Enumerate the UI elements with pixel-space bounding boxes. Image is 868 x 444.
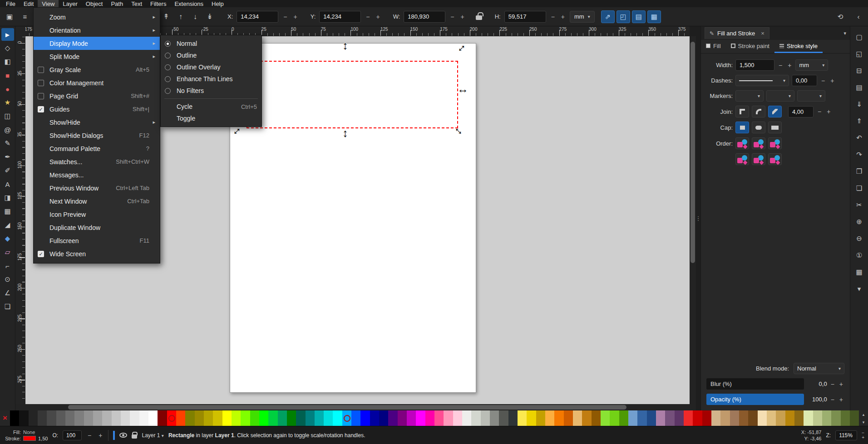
color-swatch[interactable] (148, 410, 158, 426)
copy-icon[interactable]: ❐ (853, 165, 866, 178)
opacity-value[interactable]: 100,0 (806, 396, 827, 403)
view-menu-item-show-hide[interactable]: Show/Hide▸ (34, 116, 160, 129)
view-menu-item-gray-scale[interactable]: Gray ScaleAlt+5 (34, 63, 160, 76)
display-mode-item-cycle[interactable]: CycleCtrl+5 (161, 101, 261, 112)
end-marker-dropdown[interactable]: ▾ (797, 90, 825, 102)
opacity-slider[interactable]: Opacity (%) (706, 394, 804, 405)
horizontal-scrollbar[interactable] (15, 404, 696, 410)
height-input[interactable]: 59,517 (504, 11, 546, 23)
paste-icon[interactable]: ❏ (853, 182, 866, 195)
tab-fill[interactable]: Fill (701, 40, 726, 53)
object-opacity-decrement-button[interactable]: − (86, 432, 93, 439)
color-swatch[interactable] (10, 410, 19, 426)
panel-menu-icon[interactable]: ▾ (843, 30, 846, 36)
color-swatch[interactable] (259, 410, 268, 426)
palette-scroll-down-icon[interactable]: ▾ (859, 418, 868, 426)
color-swatch[interactable] (637, 410, 646, 426)
print-icon[interactable]: ▤ (853, 81, 866, 94)
menubar-item-help[interactable]: Help (207, 0, 228, 7)
color-swatch[interactable] (342, 410, 351, 426)
color-swatch[interactable] (333, 410, 342, 426)
vertical-ruler[interactable]: 0255075100125150175200225250275 (15, 36, 25, 410)
text-tool[interactable]: A (1, 178, 14, 190)
color-swatch[interactable] (379, 410, 388, 426)
spiral-tool[interactable]: @ (1, 123, 14, 136)
height-decrement-button[interactable]: − (550, 13, 556, 20)
color-swatch[interactable] (102, 410, 111, 426)
color-swatch[interactable] (720, 410, 730, 426)
color-swatch[interactable] (453, 410, 462, 426)
color-swatch[interactable] (315, 410, 324, 426)
color-swatch[interactable] (665, 410, 674, 426)
redo-icon[interactable]: ↷ (853, 148, 866, 161)
eraser-tool[interactable]: ▱ (1, 246, 14, 259)
color-swatch[interactable] (785, 410, 794, 426)
zoom-increment-button[interactable]: + (862, 435, 864, 440)
selection-handle-bottom[interactable]: ↕ (342, 127, 348, 138)
menubar-item-file[interactable]: File (2, 0, 20, 7)
open-document-icon[interactable]: ◱ (853, 48, 866, 60)
color-swatch[interactable] (481, 410, 490, 426)
color-swatch[interactable] (287, 410, 296, 426)
butt-cap-button[interactable] (735, 122, 749, 133)
save-document-icon[interactable]: ⊟ (853, 64, 866, 77)
color-swatch[interactable] (536, 410, 545, 426)
box-3d-tool[interactable]: ◫ (1, 110, 14, 122)
color-swatch[interactable] (582, 410, 591, 426)
unit-dropdown[interactable]: mm ▾ (570, 11, 595, 23)
view-menu-item-guides[interactable]: ✓GuidesShift+| (34, 102, 160, 116)
color-swatch[interactable] (831, 410, 840, 426)
miter-limit-input[interactable]: 4,00 (788, 106, 814, 117)
menubar-item-edit[interactable]: Edit (20, 0, 38, 7)
calligraphy-tool[interactable]: ✐ (1, 164, 14, 177)
color-swatch[interactable] (158, 410, 167, 426)
selection-handle-top[interactable]: ↕ (342, 40, 348, 51)
lock-ratio-icon[interactable] (476, 15, 482, 20)
color-swatch[interactable] (730, 410, 739, 426)
display-mode-item-enhance-thin-lines[interactable]: Enhance Thin Lines (161, 73, 261, 85)
color-swatch[interactable] (434, 410, 444, 426)
x-input[interactable]: 14,234 (237, 11, 278, 23)
color-swatch[interactable] (794, 410, 804, 426)
color-swatch[interactable] (739, 410, 748, 426)
color-swatch[interactable] (425, 410, 434, 426)
selector-tool[interactable]: ► (1, 28, 14, 41)
color-swatch[interactable] (121, 410, 130, 426)
view-menu-item-duplicate-window[interactable]: Duplicate Window (34, 221, 160, 234)
color-swatch[interactable] (167, 410, 176, 426)
menubar-item-layer[interactable]: Layer (59, 0, 82, 7)
color-swatch[interactable] (702, 410, 711, 426)
color-swatch[interactable] (388, 410, 397, 426)
measure-tool[interactable]: ∠ (1, 287, 14, 299)
color-swatch[interactable] (232, 410, 241, 426)
color-swatch[interactable] (462, 410, 471, 426)
menubar-item-filters[interactable]: Filters (146, 0, 170, 7)
blur-decrement-button[interactable]: − (829, 381, 836, 388)
paint-order-stroke-markers-fill-button[interactable] (752, 153, 765, 165)
color-swatch[interactable] (610, 410, 619, 426)
color-swatch[interactable] (554, 410, 563, 426)
color-swatch[interactable] (74, 410, 84, 426)
stroke-width-input[interactable]: 1,500 (735, 59, 774, 71)
dash-offset-increment-button[interactable]: + (829, 77, 835, 84)
bevel-join-button[interactable] (768, 106, 782, 117)
display-mode-item-outline[interactable]: Outline (161, 49, 261, 61)
color-swatch[interactable] (195, 410, 204, 426)
view-menu-item-zoom[interactable]: Zoom▸ (34, 10, 160, 24)
view-menu-item-previous-window[interactable]: Previous WindowCtrl+Left Tab (34, 181, 160, 195)
color-swatch[interactable] (241, 410, 250, 426)
color-swatch[interactable] (176, 410, 185, 426)
blur-value[interactable]: 0,0 (806, 381, 827, 387)
y-decrement-button[interactable]: − (365, 13, 371, 20)
color-swatch[interactable] (204, 410, 213, 426)
color-swatch[interactable] (56, 410, 65, 426)
color-swatch[interactable] (38, 410, 47, 426)
import-icon[interactable]: ⇓ (853, 98, 866, 111)
color-swatch[interactable] (693, 410, 702, 426)
color-swatch[interactable] (573, 410, 582, 426)
view-menu-item-command-palette[interactable]: Command Palette? (34, 142, 160, 155)
color-swatch[interactable] (758, 410, 767, 426)
color-swatch[interactable] (684, 410, 693, 426)
view-menu-item-next-window[interactable]: Next WindowCtrl+Tab (34, 195, 160, 208)
dash-offset-input[interactable]: 0,00 (792, 75, 817, 86)
